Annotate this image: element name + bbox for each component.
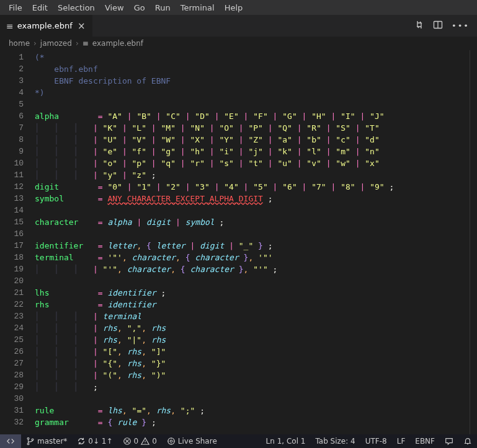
compare-icon[interactable]	[414, 20, 424, 32]
git-branch[interactable]: master*	[21, 434, 72, 448]
menu-edit[interactable]: Edit	[27, 1, 53, 14]
live-share[interactable]: Live Share	[162, 434, 222, 448]
bell-icon[interactable]	[458, 434, 477, 448]
list-icon: ≡	[6, 22, 14, 30]
minimap[interactable]	[470, 50, 477, 434]
branch-label: master*	[37, 437, 67, 446]
menu-terminal[interactable]: Terminal	[176, 1, 220, 14]
svg-point-4	[32, 439, 33, 441]
remote-button[interactable]	[0, 434, 21, 448]
code-area[interactable]: (* ebnf.ebnf EBNF description of EBNF*) …	[35, 50, 477, 434]
crumb-user[interactable]: jamozed	[40, 39, 72, 48]
menu-run[interactable]: Run	[150, 1, 176, 14]
more-icon[interactable]: •••	[452, 21, 470, 30]
cursor-pos[interactable]: Ln 1, Col 1	[261, 434, 311, 448]
live-share-label: Live Share	[178, 437, 217, 446]
git-sync[interactable]: 0↓ 1↑	[72, 434, 117, 448]
menu-selection[interactable]: Selection	[53, 1, 100, 14]
line-gutter: 1234567891011121314151617181920212223242…	[0, 50, 35, 434]
breadcrumb: home › jamozed › ≡ example.ebnf	[0, 37, 477, 50]
editor[interactable]: 1234567891011121314151617181920212223242…	[0, 50, 477, 434]
crumb-file[interactable]: ≡ example.ebnf	[82, 39, 143, 48]
menu-view[interactable]: View	[100, 1, 129, 14]
menu-go[interactable]: Go	[129, 1, 150, 14]
menu-file[interactable]: File	[4, 1, 27, 14]
encoding[interactable]: UTF-8	[360, 434, 392, 448]
crumb-home[interactable]: home	[9, 39, 30, 48]
list-icon: ≡	[82, 39, 89, 48]
eol[interactable]: LF	[392, 434, 411, 448]
error-count: 0	[134, 437, 139, 446]
crumb-file-label: example.ebnf	[92, 39, 143, 48]
menu-help[interactable]: Help	[220, 1, 248, 14]
warn-count: 0	[152, 437, 157, 446]
status-bar: master* 0↓ 1↑ 0 0 Live Share Ln 1, Col 1…	[0, 434, 477, 448]
language[interactable]: EBNF	[410, 434, 440, 448]
split-editor-icon[interactable]	[433, 20, 443, 32]
close-icon[interactable]: ×	[76, 20, 87, 32]
svg-point-2	[27, 437, 29, 439]
tab-bar: ≡ example.ebnf × •••	[0, 15, 477, 37]
svg-point-3	[27, 443, 29, 445]
tab-size[interactable]: Tab Size: 4	[310, 434, 360, 448]
chevron-right-icon: ›	[33, 39, 37, 48]
menu-bar: File Edit Selection View Go Run Terminal…	[0, 0, 477, 15]
svg-point-9	[170, 440, 172, 442]
chevron-right-icon: ›	[76, 39, 79, 48]
tab-example-ebnf[interactable]: ≡ example.ebnf ×	[0, 15, 93, 37]
tab-label: example.ebnf	[17, 21, 73, 30]
feedback-icon[interactable]	[440, 434, 458, 448]
problems[interactable]: 0 0	[118, 434, 162, 448]
sync-label: 0↓ 1↑	[88, 437, 112, 446]
